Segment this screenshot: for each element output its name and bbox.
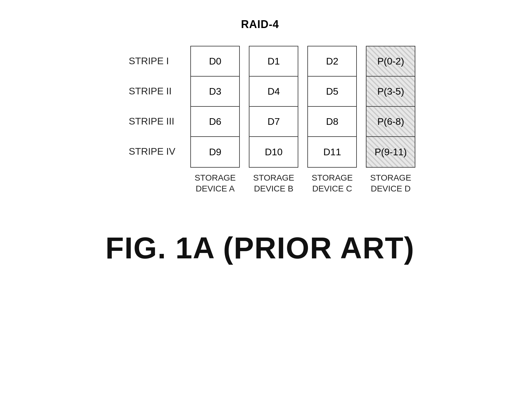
cell-d1-r1: D0: [191, 46, 239, 77]
device-label-4: STORAGEDEVICE D: [370, 172, 411, 194]
cell-d3-r1: D2: [308, 46, 356, 77]
device-column-4: P(0-2)P(3-5)P(6-8)P(9-11)STORAGEDEVICE D: [366, 46, 415, 194]
device-column-1: D0D3D6D9STORAGEDEVICE A: [190, 46, 240, 194]
stripe-label-3: STRIPE III: [129, 106, 182, 136]
device-cells-1: D0D3D6D9: [190, 46, 240, 168]
devices-area: D0D3D6D9STORAGEDEVICE AD1D4D7D10STORAGED…: [190, 46, 415, 194]
device-label-2: STORAGEDEVICE B: [253, 172, 294, 194]
device-cells-3: D2D5D8D11: [307, 46, 357, 168]
cell-d1-r2: D3: [191, 77, 239, 107]
cell-d1-r4: D9: [191, 137, 239, 167]
stripe-label-4: STRIPE IV: [129, 136, 182, 166]
cell-d2-r1: D1: [249, 46, 298, 77]
device-cells-2: D1D4D7D10: [249, 46, 298, 168]
stripe-label-1: STRIPE I: [129, 46, 182, 76]
raid-diagram: STRIPE ISTRIPE IISTRIPE IIISTRIPE IV D0D…: [129, 46, 416, 194]
cell-d3-r3: D8: [308, 107, 356, 137]
cell-d1-r3: D6: [191, 107, 239, 137]
cell-d2-r2: D4: [249, 77, 298, 107]
cell-d4-r4: P(9-11): [366, 137, 415, 167]
figure-label: FIG. 1A (PRIOR ART): [105, 231, 414, 265]
cell-d3-r4: D11: [308, 137, 356, 167]
device-column-3: D2D5D8D11STORAGEDEVICE C: [307, 46, 357, 194]
cell-d2-r4: D10: [249, 137, 298, 167]
cell-d4-r1: P(0-2): [366, 46, 415, 77]
device-cells-4: P(0-2)P(3-5)P(6-8)P(9-11): [366, 46, 415, 168]
diagram-title: RAID-4: [241, 18, 279, 31]
grid-area: STRIPE ISTRIPE IISTRIPE IIISTRIPE IV D0D…: [129, 46, 416, 194]
cell-d4-r2: P(3-5): [366, 77, 415, 107]
device-column-2: D1D4D7D10STORAGEDEVICE B: [249, 46, 298, 194]
cell-d2-r3: D7: [249, 107, 298, 137]
device-label-3: STORAGEDEVICE C: [312, 172, 353, 194]
cell-d3-r2: D5: [308, 77, 356, 107]
cell-d4-r3: P(6-8): [366, 107, 415, 137]
stripe-label-2: STRIPE II: [129, 76, 182, 106]
stripe-labels: STRIPE ISTRIPE IISTRIPE IIISTRIPE IV: [129, 46, 182, 166]
device-label-1: STORAGEDEVICE A: [195, 172, 236, 194]
